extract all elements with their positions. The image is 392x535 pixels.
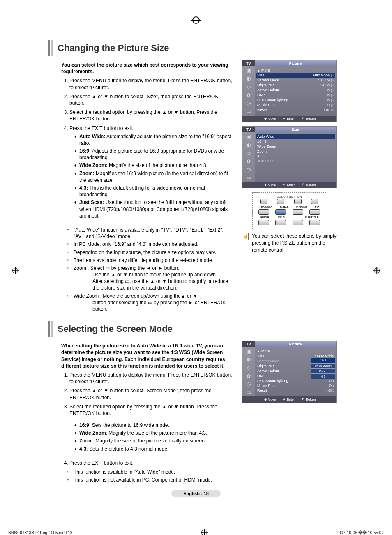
remote-btn-psize [275, 209, 286, 215]
osd1-tab: TV [242, 60, 255, 66]
section2-steps: Press the MENU button to display the men… [61, 372, 234, 466]
heading-changing-picture-size: Changing the Picture Size [58, 40, 169, 56]
section2-notes: This function is available in "Auto Wide… [61, 469, 234, 483]
osd-picture-menu-2: TV Picture ▣ ◐ ◇ ✿ ◷ ▭ More SizeAuto Wid… [242, 341, 337, 403]
osd2-tab: TV [242, 127, 255, 132]
section1-options: Auto Wide: Automatically adjusts the pic… [69, 133, 234, 224]
psize-note: ☝ You can select these options by simply… [242, 233, 337, 253]
remote-color-green [277, 199, 284, 204]
osd3-title: Picture [255, 341, 336, 347]
s2-step-4: Press the EXIT button to exit. [69, 460, 234, 466]
section2-lead: When setting the picture size to Auto Wi… [61, 343, 234, 369]
heading-selecting-screen-mode: Selecting the Screen Mode [58, 321, 173, 337]
osd-picture-menu-1: TV Picture ▣ ◐ ◇ ✿ ◷ ▭ More SizeAuto Wid… [242, 60, 337, 122]
osd3-icon-col: ▣ ◐ ◇ ✿ ◷ ▭ [242, 347, 255, 396]
remote-callout: COLOR BUTTON TEXT/MIX P.SIZE P.MODE PIP [252, 192, 326, 229]
section-2-title: Selecting the Screen Mode [48, 321, 344, 337]
osd1-icon-col: ▣ ◐ ◇ ✿ ◷ ▭ [242, 66, 255, 116]
footer-right: 2007-10-05 �� 10:55:07 [336, 530, 384, 535]
step-3: Select the required option by pressing t… [69, 109, 234, 122]
registration-mark-left [12, 268, 18, 273]
remote-btn-subtitle [309, 220, 320, 225]
remote-btn-3 [293, 220, 303, 225]
osd2-icon-col: ▣ ◐ ◇ ✿ ◷ ▭ [242, 132, 255, 182]
hand-icon: ☝ [242, 233, 249, 240]
screen-mode-dropdown: 16:9 Wide Zoom Zoom 4:3 [311, 358, 335, 379]
step-4: Press the EXIT button to exit. Auto Wide… [69, 125, 234, 224]
section1-notes: "Auto Wide" function is available only i… [61, 227, 234, 313]
registration-mark-right [374, 268, 380, 273]
channel-icon: ◇ [242, 83, 255, 91]
section1-steps: Press the MENU button to display the men… [61, 77, 234, 224]
s2-step-3: Select the required option by pressing t… [69, 403, 234, 457]
s2-step-2: Press the ▲ or ▼ button to select "Scree… [69, 387, 234, 401]
s2-step-1: Press the MENU button to display the men… [69, 372, 234, 385]
remote-btn-textmix [258, 209, 269, 215]
input-icon: ◷ [242, 99, 255, 107]
remote-btn-pmode [293, 209, 303, 215]
osd3-tab: TV [242, 341, 255, 347]
section2-options: 16:9: Sets the picture to 16:9 wide mode… [69, 419, 234, 457]
picture-icon: ▣ [242, 66, 255, 74]
remote-color-yellow [294, 199, 302, 204]
osd2-title: Size [255, 127, 336, 132]
print-footer: BN68-01313B-01Eng-1005.indd 18 2007-10-0… [0, 530, 392, 535]
step-1: Press the MENU button to display the men… [69, 77, 234, 90]
remote-btn-pip [309, 209, 320, 215]
dtv-icon: ▭ [242, 107, 255, 116]
sound-icon: ◐ [242, 74, 255, 83]
footer-left: BN68-01313B-01Eng-1005.indd 18 [8, 530, 72, 535]
registration-mark-top [192, 16, 200, 24]
section-1-title: Changing the Picture Size [48, 40, 344, 56]
osd-size-menu: TV Size ▣ ◐ ◇ ✿ ◷ ▭ Auto Wide 16 : 9 [242, 126, 337, 188]
registration-mark-bottom [201, 530, 207, 535]
remote-btn-dual [275, 220, 286, 225]
osd1-title: Picture [255, 60, 336, 66]
remote-btn-guide [258, 220, 269, 225]
remote-color-blue [311, 199, 318, 204]
remote-color-red [260, 199, 267, 204]
setup-icon: ✿ [242, 91, 255, 99]
page-number: English - 18 [171, 490, 221, 497]
section1-lead: You can select the picture size which be… [61, 62, 234, 75]
step-2: Press the ▲ or ▼ button to select "Size"… [69, 93, 234, 107]
